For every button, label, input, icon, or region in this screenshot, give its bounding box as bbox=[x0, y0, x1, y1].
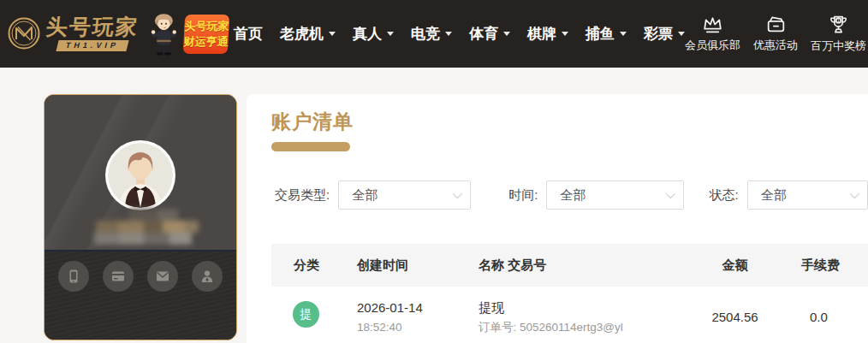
main-menu: 首页 老虎机 真人 电竞 体育 棋牌 捕鱼 彩票 bbox=[234, 24, 685, 44]
filter-label-status: 状态: bbox=[710, 187, 739, 204]
chevron-down-icon bbox=[665, 189, 675, 198]
chevron-down-icon bbox=[503, 32, 510, 36]
avatar-illustration bbox=[108, 143, 173, 208]
chevron-down-icon bbox=[562, 32, 568, 36]
bank-card-button[interactable] bbox=[103, 261, 134, 292]
site-logo[interactable]: 头号玩家 TH1.VIP bbox=[7, 16, 139, 51]
header-created-time: 创建时间 bbox=[342, 257, 463, 274]
row-time: 18:52:40 bbox=[357, 320, 463, 335]
shortcut-promotions[interactable]: 优惠活动 bbox=[753, 14, 798, 54]
profile-button[interactable] bbox=[192, 261, 223, 292]
table-row: 提 2026-01-14 18:52:40 提现 订单号: 505260114e… bbox=[271, 287, 868, 343]
nav-item-lottery[interactable]: 彩票 bbox=[644, 24, 685, 44]
logo-domain: TH1.VIP bbox=[56, 40, 128, 51]
time-select[interactable]: 全部 bbox=[546, 180, 683, 210]
header-category: 分类 bbox=[271, 257, 342, 274]
table-header: 分类 创建时间 名称 交易号 金额 手续费 bbox=[271, 244, 868, 287]
page-title: 账户清单 bbox=[271, 109, 868, 134]
shortcut-winners-board[interactable]: 1 百万中奖榜 bbox=[811, 14, 866, 54]
crown-icon bbox=[701, 14, 724, 34]
header-fee: 手续费 bbox=[797, 257, 868, 274]
wallet-icon bbox=[764, 14, 788, 34]
mail-icon bbox=[155, 269, 170, 284]
logo-emblem-icon bbox=[7, 16, 41, 50]
nav-item-chess[interactable]: 棋牌 bbox=[527, 24, 568, 44]
nav-item-esports[interactable]: 电竞 bbox=[411, 24, 452, 44]
row-fee: 0.0 bbox=[797, 299, 868, 324]
chevron-down-icon bbox=[387, 32, 394, 36]
nav-shortcuts: 会员俱乐部 优惠活动 1 bbox=[685, 14, 866, 54]
chevron-down-icon bbox=[850, 189, 859, 198]
card-icon bbox=[110, 269, 126, 284]
withdraw-badge: 提 bbox=[293, 301, 319, 328]
fortune-badge-line1: 头号玩家 bbox=[184, 18, 229, 33]
title-underline bbox=[271, 142, 350, 151]
fortune-badge: 头号玩家 财运亨通 bbox=[183, 15, 230, 54]
shortcut-vip-club[interactable]: 会员俱乐部 bbox=[685, 14, 740, 54]
blurred-username bbox=[91, 209, 200, 245]
filter-label-transaction-type: 交易类型: bbox=[275, 187, 330, 204]
phone-icon bbox=[66, 269, 81, 284]
row-order-number: 订单号: 505260114ertg3@yl bbox=[479, 320, 673, 335]
person-icon bbox=[199, 269, 215, 284]
page: 头号玩家 TH1.VIP 头号玩家 财运亨通 bbox=[0, 0, 868, 343]
profile-top-section bbox=[45, 95, 236, 250]
nav-item-sports[interactable]: 体育 bbox=[469, 24, 510, 44]
phone-button[interactable] bbox=[58, 261, 89, 292]
row-amount: 2504.56 bbox=[673, 299, 797, 324]
svg-text:1: 1 bbox=[837, 18, 840, 23]
chevron-down-icon bbox=[453, 189, 462, 198]
filter-label-time: 时间: bbox=[508, 187, 538, 204]
nav-item-live[interactable]: 真人 bbox=[353, 24, 394, 44]
nav-item-slots[interactable]: 老虎机 bbox=[280, 24, 336, 44]
logo-title: 头号玩家 bbox=[45, 16, 140, 38]
fortune-badge-line2: 财运亨通 bbox=[183, 34, 229, 50]
trophy-icon: 1 bbox=[827, 14, 850, 35]
profile-quick-actions bbox=[45, 250, 236, 340]
top-nav-bar: 头号玩家 TH1.VIP 头号玩家 财运亨通 bbox=[0, 0, 868, 68]
mail-button[interactable] bbox=[147, 261, 178, 292]
header-name-transaction: 名称 交易号 bbox=[463, 257, 673, 274]
status-select[interactable]: 全部 bbox=[747, 180, 868, 210]
chevron-down-icon bbox=[620, 32, 627, 36]
transaction-type-select[interactable]: 全部 bbox=[338, 180, 471, 210]
chevron-down-icon bbox=[329, 32, 336, 36]
filter-bar: 交易类型: 全部 时间: 全部 状态: 全部 bbox=[271, 180, 868, 210]
mascot-character bbox=[147, 4, 181, 64]
content-panel: 账户清单 交易类型: 全部 时间: 全部 状态: 全部 分类 创建时间 名称 交… bbox=[247, 94, 868, 343]
nav-item-home[interactable]: 首页 bbox=[234, 24, 263, 44]
row-name: 提现 bbox=[479, 299, 673, 316]
nav-item-fishing[interactable]: 捕鱼 bbox=[586, 24, 627, 44]
chevron-down-icon bbox=[445, 32, 452, 36]
profile-card bbox=[44, 94, 237, 340]
row-date: 2026-01-14 bbox=[357, 299, 463, 316]
avatar bbox=[105, 140, 175, 210]
chevron-down-icon bbox=[678, 32, 685, 36]
header-amount: 金额 bbox=[673, 257, 797, 274]
